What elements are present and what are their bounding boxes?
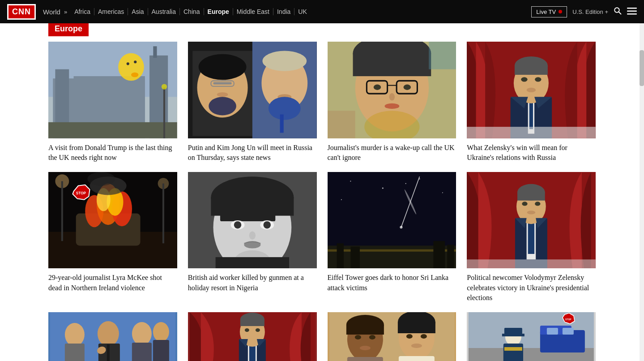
section-label: Europe bbox=[48, 22, 89, 36]
article-title-3: Journalist's murder is a wake-up call th… bbox=[328, 143, 456, 163]
svg-point-138 bbox=[256, 328, 260, 332]
article-card-1[interactable]: A visit from Donald Trump is the last th… bbox=[48, 42, 177, 163]
article-9-image bbox=[48, 312, 177, 361]
svg-rect-16 bbox=[48, 122, 177, 138]
svg-rect-74 bbox=[162, 183, 164, 243]
svg-rect-105 bbox=[433, 241, 445, 269]
svg-rect-165 bbox=[502, 334, 525, 336]
svg-rect-4 bbox=[627, 13, 637, 15]
article-4-image bbox=[467, 42, 596, 138]
article-8-image bbox=[467, 172, 596, 269]
svg-point-95 bbox=[442, 192, 443, 193]
nav-link-europe[interactable]: Europe bbox=[204, 8, 233, 15]
svg-point-68 bbox=[87, 172, 115, 186]
svg-rect-88 bbox=[215, 257, 289, 269]
nav-world[interactable]: World bbox=[43, 8, 60, 16]
svg-rect-126 bbox=[132, 343, 152, 361]
svg-rect-117 bbox=[467, 259, 596, 269]
main-nav: World » Africa Americas Asia Australia C… bbox=[43, 8, 531, 16]
svg-rect-72 bbox=[61, 181, 63, 241]
nav-link-americas[interactable]: Americas bbox=[94, 8, 128, 15]
svg-rect-121 bbox=[65, 344, 85, 361]
svg-point-93 bbox=[382, 187, 383, 189]
article-title-7: Eiffel Tower goes dark to honor Sri Lank… bbox=[328, 273, 456, 293]
svg-rect-148 bbox=[347, 357, 383, 361]
live-tv-button[interactable]: Live TV bbox=[531, 6, 567, 17]
article-12-image: STOP bbox=[467, 312, 596, 361]
nav-link-australia[interactable]: Australia bbox=[148, 8, 180, 15]
article-3-image bbox=[328, 42, 456, 138]
svg-point-115 bbox=[535, 202, 540, 206]
article-card-8[interactable]: Political newcomer Volodymyr Zelensky ce… bbox=[467, 172, 596, 303]
article-title-5: 29-year-old journalist Lyra McKee shot d… bbox=[48, 273, 177, 293]
site-header: CNN World » Africa Americas Asia Austral… bbox=[0, 0, 644, 23]
svg-rect-2 bbox=[627, 8, 637, 9]
nav-link-india[interactable]: India bbox=[273, 8, 294, 15]
article-card-5[interactable]: STOP 29-year-old journalist Lyra McKee s… bbox=[48, 172, 177, 303]
scrollbar-thumb[interactable] bbox=[640, 50, 644, 86]
svg-point-153 bbox=[420, 334, 426, 339]
svg-line-1 bbox=[619, 12, 621, 14]
hamburger-icon bbox=[627, 8, 637, 15]
article-11-image bbox=[328, 312, 456, 361]
svg-rect-104 bbox=[350, 246, 360, 268]
svg-point-55 bbox=[521, 77, 528, 82]
edition-selector[interactable]: U.S. Edition + bbox=[572, 9, 608, 15]
article-title-4: What Zelensky's win will mean for Ukrain… bbox=[467, 143, 596, 163]
svg-rect-168 bbox=[504, 347, 522, 351]
svg-point-154 bbox=[411, 344, 422, 348]
article-card-6[interactable]: British aid worker killed by gunmen at a… bbox=[188, 172, 317, 303]
article-title-1: A visit from Donald Trump is the last th… bbox=[48, 143, 177, 163]
svg-point-152 bbox=[406, 334, 412, 339]
svg-point-120 bbox=[65, 323, 85, 346]
articles-grid: A visit from Donald Trump is the last th… bbox=[48, 42, 596, 361]
article-title-2: Putin and Kim Jong Un will meet in Russi… bbox=[188, 143, 317, 163]
nav-link-asia[interactable]: Asia bbox=[128, 8, 148, 15]
svg-rect-37 bbox=[353, 53, 431, 76]
article-card-10[interactable] bbox=[188, 312, 317, 361]
svg-rect-144 bbox=[346, 325, 384, 335]
svg-rect-106 bbox=[447, 245, 454, 268]
svg-rect-162 bbox=[563, 328, 574, 335]
svg-point-137 bbox=[245, 328, 249, 332]
menu-button[interactable] bbox=[627, 7, 637, 17]
svg-point-125 bbox=[132, 322, 152, 345]
svg-point-22 bbox=[198, 54, 246, 80]
article-card-12[interactable]: STOP bbox=[467, 312, 596, 361]
svg-point-13 bbox=[131, 73, 138, 77]
nav-link-china[interactable]: China bbox=[180, 8, 204, 15]
search-button[interactable] bbox=[614, 7, 622, 17]
svg-point-116 bbox=[527, 211, 535, 214]
svg-point-99 bbox=[400, 226, 402, 228]
svg-point-14 bbox=[127, 62, 129, 65]
article-title-8: Political newcomer Volodymyr Zelensky ce… bbox=[467, 273, 596, 303]
cnn-logo[interactable]: CNN bbox=[7, 4, 36, 20]
svg-rect-17 bbox=[163, 88, 165, 138]
svg-rect-128 bbox=[153, 340, 169, 361]
article-2-image bbox=[188, 42, 317, 138]
header-right: Live TV U.S. Edition + bbox=[531, 6, 637, 17]
article-10-image bbox=[188, 312, 317, 361]
article-card-9[interactable] bbox=[48, 312, 177, 361]
svg-rect-103 bbox=[337, 243, 343, 269]
article-card-2[interactable]: Putin and Kim Jong Un will meet in Russi… bbox=[188, 42, 317, 163]
article-card-7[interactable]: Eiffel Tower goes dark to honor Sri Lank… bbox=[328, 172, 456, 303]
svg-rect-161 bbox=[547, 328, 558, 335]
nav-arrow: » bbox=[64, 9, 67, 15]
nav-link-uk[interactable]: UK bbox=[294, 8, 310, 15]
svg-rect-58 bbox=[467, 127, 596, 138]
article-card-11[interactable] bbox=[328, 312, 456, 361]
nav-link-middleeast[interactable]: Middle East bbox=[233, 8, 273, 15]
nav-link-africa[interactable]: Africa bbox=[71, 8, 94, 15]
article-card-3[interactable]: Journalist's murder is a wake-up call th… bbox=[328, 42, 456, 163]
svg-point-97 bbox=[405, 183, 406, 184]
scrollbar[interactable] bbox=[640, 23, 644, 361]
svg-point-84 bbox=[263, 221, 270, 228]
svg-point-145 bbox=[354, 335, 361, 340]
svg-point-31 bbox=[269, 97, 301, 120]
svg-rect-80 bbox=[220, 210, 275, 221]
article-title-6: British aid worker killed by gunmen at a… bbox=[188, 273, 317, 293]
article-card-4[interactable]: What Zelensky's win will mean for Ukrain… bbox=[467, 42, 596, 163]
svg-point-43 bbox=[389, 93, 394, 100]
svg-point-146 bbox=[369, 335, 375, 340]
